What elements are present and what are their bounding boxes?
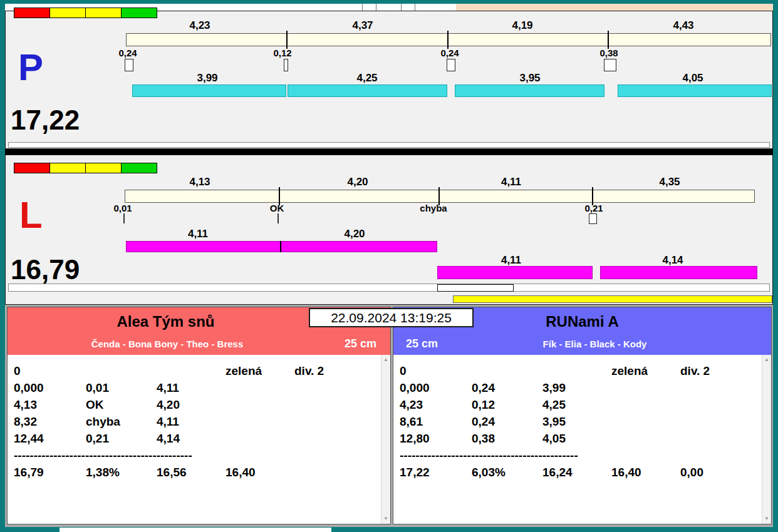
start-light-yellow-2: [85, 8, 122, 18]
run-bar: [600, 266, 757, 279]
result-cell: 8,61: [400, 415, 472, 429]
app-window: 4,23 4,37 4,19 4,43 0,24 0,12 0,24 0,38 …: [0, 0, 778, 532]
table-total-row: 17,22 6,03% 16,24 16,40 0,00: [400, 464, 771, 481]
split-time: 4,23: [175, 19, 225, 32]
table-row: 4,23 0,12 4,25: [400, 396, 771, 413]
result-cell: 3,95: [542, 415, 611, 429]
fault-time: 0,01: [98, 203, 148, 213]
run-time: 4,14: [648, 254, 698, 267]
menu-tick: [362, 4, 363, 11]
result-cell: 12,44: [14, 432, 86, 446]
fault-time: 0,12: [257, 48, 308, 58]
run-bar: [618, 84, 772, 97]
statusbar-strip: [60, 528, 331, 532]
result-cell: 0,000: [400, 381, 472, 395]
table-row: 8,61 0,24 3,95: [400, 413, 771, 430]
result-cell: 8,32: [14, 415, 86, 429]
result-cell: div. 2: [294, 364, 390, 378]
result-cell: 4,05: [542, 432, 611, 446]
result-cell: 17,22: [400, 466, 472, 479]
fault-status: chyba: [408, 203, 459, 213]
run-bar: [455, 84, 604, 97]
menu-tick: [415, 4, 415, 11]
table-row: 0,000 0,01 4,11: [14, 379, 390, 396]
result-cell: 4,20: [157, 398, 226, 412]
result-cell: 0,00: [680, 466, 771, 479]
split-time: 4,20: [333, 176, 383, 188]
fault-time: 0,38: [584, 48, 634, 58]
split-time: 4,37: [338, 19, 388, 32]
lane-p-panel: 4,23 4,37 4,19 4,43 0,24 0,12 0,24 0,38 …: [5, 11, 773, 149]
split-time: 4,35: [645, 176, 695, 188]
result-cell: div. 2: [680, 364, 771, 378]
result-cell: OK: [86, 398, 157, 412]
progress-bar: [453, 295, 772, 303]
result-cell: 0,24: [472, 415, 542, 429]
lane-l-label: L: [19, 197, 43, 234]
datetime-display: 22.09.2024 13:19:25: [309, 308, 474, 327]
progress-track: [8, 284, 770, 292]
scroll-up-icon[interactable]: ▲: [381, 357, 390, 363]
start-light-yellow-1: [49, 8, 86, 18]
lane-p-label: P: [18, 49, 43, 86]
marker-box: [437, 284, 514, 292]
table-row: 0 zelená div. 2: [400, 362, 771, 379]
fault-status: OK: [252, 203, 302, 213]
split-bar: [125, 190, 755, 203]
run-time: 3,99: [182, 72, 232, 84]
scroll-up-icon[interactable]: ▲: [762, 357, 771, 363]
run-time: 3,95: [505, 72, 555, 84]
result-cell: chyba: [86, 415, 157, 429]
result-cell: 16,40: [226, 466, 294, 479]
result-cell: zelená: [226, 364, 294, 378]
run-time: 4,20: [329, 228, 380, 240]
vertical-scrollbar[interactable]: ▲ ▼: [762, 355, 771, 524]
result-cell: zelená: [611, 364, 680, 378]
distance-label: 25 cm: [406, 337, 438, 350]
lane-l-total-time: 16,79: [11, 256, 80, 284]
fault-time: 0,24: [103, 48, 153, 58]
table-row: 0 zelená div. 2: [14, 362, 390, 379]
fault-box: [604, 59, 616, 71]
team-right-panel: RUNami A Fík - Elia - Black - Kody 25 cm…: [393, 307, 772, 524]
result-cell: 0,21: [86, 432, 157, 446]
result-cell: 4,13: [14, 398, 86, 412]
result-cell: 1,38%: [86, 466, 157, 479]
result-cell: 4,14: [157, 432, 226, 446]
results-section: Alea Tým snů Čenda - Bona Bony - Theo - …: [5, 305, 773, 527]
titlebar-background: [456, 4, 773, 11]
result-cell: 0,01: [86, 381, 157, 395]
fault-box: [284, 59, 288, 71]
table-row: 0,000 0,24 3,99: [400, 379, 771, 396]
split-tick: [447, 31, 449, 49]
result-cell: 0: [400, 364, 472, 378]
menu-tick: [376, 4, 376, 11]
team-name: Alea Tým snů: [8, 313, 324, 330]
start-lights: [14, 163, 157, 173]
run-bar: [132, 84, 286, 97]
split-time: 4,43: [658, 19, 708, 32]
table-separator: ----------------------------------------…: [14, 447, 390, 464]
result-cell: 4,11: [157, 381, 226, 395]
table-row: 8,32 chyba 4,11: [14, 413, 390, 430]
lane-l-panel: 4,13 4,20 4,11 4,35 0,01 OK chyba 0,21 4…: [5, 155, 773, 305]
table-total-row: 16,79 1,38% 16,56 16,40: [14, 464, 390, 481]
result-cell: 4,23: [400, 398, 472, 412]
scroll-down-icon[interactable]: ▼: [762, 516, 771, 522]
result-cell: 16,40: [611, 466, 680, 479]
scroll-down-icon[interactable]: ▼: [381, 516, 390, 522]
progress-track: [8, 142, 770, 148]
team-members: Čenda - Bona Bony - Theo - Bress: [8, 339, 327, 349]
split-time: 4,19: [497, 19, 547, 32]
split-bar: [126, 33, 771, 46]
vertical-scrollbar[interactable]: ▲ ▼: [381, 355, 390, 524]
team-left-results: 0 zelená div. 2 0,000 0,01 4,11 4,13 OK: [8, 355, 390, 524]
run-bar: [126, 241, 437, 252]
result-cell: 16,56: [157, 466, 226, 479]
table-separator: ----------------------------------------…: [400, 447, 771, 464]
start-light-red: [14, 163, 50, 173]
split-time: 4,11: [486, 176, 536, 188]
split-time: 4,13: [175, 176, 225, 188]
team-left-panel: Alea Tým snů Čenda - Bona Bony - Theo - …: [7, 307, 391, 524]
result-cell: 16,24: [542, 466, 611, 479]
